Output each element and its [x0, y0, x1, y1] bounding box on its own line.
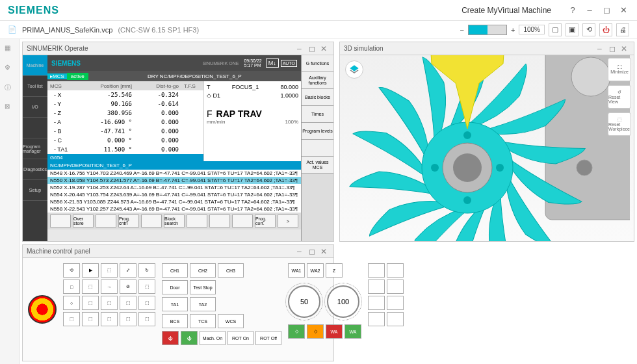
hmi-left-5[interactable]: Diagnostics — [23, 159, 47, 180]
layout1-button[interactable]: ▢ — [549, 23, 562, 36]
mcp-aux-2[interactable] — [368, 280, 385, 294]
nc-line[interactable]: N558 X-22.543 Y102.257 Z245.443 A=-16.69… — [47, 205, 301, 213]
sim-reset-view-button[interactable]: ↺Reset View — [608, 85, 631, 109]
print-button[interactable]: 🖨 — [616, 23, 629, 36]
mcp-key-11[interactable]: ⬚ — [82, 296, 99, 310]
mcp-key-1[interactable]: ▶ — [82, 263, 99, 278]
mcp-key-18[interactable]: ⬚ — [120, 312, 136, 326]
mcp-key-10[interactable]: ○ — [63, 296, 80, 310]
speed-slider[interactable] — [468, 25, 507, 35]
hmi-left-4[interactable]: Program manager — [23, 138, 47, 159]
z-button[interactable]: Z — [326, 263, 343, 278]
hmi-left-1[interactable]: Tool list — [23, 76, 47, 97]
sim-max-icon[interactable]: ◻ — [609, 44, 618, 53]
3d-viewport[interactable]: ⛶Minimize ↺Reset View ⬚Reset Workpiece — [340, 55, 634, 241]
mcp-close-icon[interactable]: ✕ — [320, 247, 330, 256]
hmi-bot-10[interactable]: > — [278, 214, 298, 228]
wa2-button[interactable]: WA2 — [307, 263, 324, 278]
ta2-button[interactable]: TA2 — [190, 297, 216, 311]
mcp-key-19[interactable]: ⬚ — [138, 312, 155, 326]
speed-minus[interactable]: − — [460, 26, 464, 34]
bcs-button[interactable]: BCS — [162, 314, 188, 328]
nc-line[interactable]: N552 X-19.287 Y104.253 Z242.64 A=-16.69 … — [47, 184, 301, 191]
hmi-right-0[interactable]: G functions — [302, 55, 333, 72]
mcp-aux-3[interactable] — [387, 280, 404, 294]
mcp-key-8[interactable]: ⊘ — [120, 280, 136, 294]
sim-reset-wp-button[interactable]: ⬚Reset Workpiece — [608, 112, 631, 136]
mcp-key-17[interactable]: ⬚ — [101, 312, 118, 326]
hmi-bot-8[interactable] — [232, 214, 253, 228]
hmi-bot-0[interactable] — [50, 214, 71, 228]
hmi-right-1[interactable]: Auxiliary functions — [302, 72, 333, 89]
mcp-on-button[interactable]: ⏻ — [181, 331, 198, 345]
hmi-left-0[interactable]: Machine — [23, 55, 47, 76]
cycle-start-button[interactable]: ◇ — [288, 324, 305, 339]
feed-override-dial[interactable]: 50 — [288, 285, 320, 318]
mcp-aux-6[interactable] — [368, 312, 385, 326]
m-icon[interactable]: M↓ — [266, 58, 279, 68]
cycle-hold-button[interactable]: ◇ — [307, 324, 324, 339]
test-stop-button[interactable]: Test Stop — [190, 280, 216, 294]
hmi-bot-1[interactable]: Over store — [73, 214, 94, 228]
sim-min-icon[interactable]: – — [597, 44, 606, 53]
minimize-icon[interactable]: – — [584, 5, 595, 16]
hmi-left-3[interactable] — [23, 118, 47, 138]
refresh-button[interactable]: ⟲ — [582, 23, 595, 36]
hmi-bot-6[interactable] — [187, 214, 207, 228]
mcp-key-4[interactable]: ↻ — [138, 263, 155, 278]
mcp-key-7[interactable]: → — [101, 280, 118, 294]
mcp-key-16[interactable]: ⬚ — [82, 312, 99, 326]
zoom-value[interactable]: 100% — [519, 25, 545, 34]
mcp-max-icon[interactable]: ◻ — [309, 247, 318, 256]
mcp-key-15[interactable]: ⬚ — [63, 312, 80, 326]
mcp-key-3[interactable]: ⤢ — [120, 263, 136, 278]
hmi-bot-7[interactable] — [209, 214, 230, 228]
mcp-key-14[interactable]: ⬚ — [138, 296, 155, 310]
nc-line[interactable]: N548 X-16.756 Y104.703 Z240.469 A=-16.69… — [47, 170, 301, 177]
mcp-key-2[interactable]: ⬚ — [101, 263, 118, 278]
mcp-aux-4[interactable] — [368, 296, 385, 310]
hmi-right-3[interactable]: Times — [302, 106, 333, 123]
hmi-left-2[interactable]: I/O — [23, 97, 47, 118]
mcp-key-6[interactable]: ⬚ — [82, 280, 99, 294]
help-icon[interactable]: ? — [567, 5, 578, 16]
hmi-right-4[interactable]: Program levels — [302, 123, 333, 140]
mcp-aux-5[interactable] — [387, 296, 404, 310]
mcp-key-13[interactable]: ⬚ — [120, 296, 136, 310]
sim-close-icon[interactable]: ✕ — [621, 44, 630, 53]
ch3-button[interactable]: CH3 — [218, 263, 244, 278]
sidebar-item-1[interactable]: ▦ — [5, 44, 15, 55]
maximize-icon[interactable]: ◻ — [601, 5, 612, 16]
mcp-key-12[interactable]: ⬚ — [101, 296, 118, 310]
hmi-bot-9[interactable]: Prog. corr. — [255, 214, 276, 228]
panel-min-icon[interactable]: – — [297, 44, 306, 53]
sidebar-item-info[interactable]: ⓘ — [5, 83, 15, 94]
ch1-button[interactable]: CH1 — [162, 263, 188, 278]
mcp-key-0[interactable]: ⟲ — [63, 263, 80, 278]
nc-line[interactable]: N556 X-21.53 Y103.085 Z244.573 A=-16.69 … — [47, 198, 301, 205]
sim-minimize-button[interactable]: ⛶Minimize — [608, 58, 631, 81]
mcp-aux-0[interactable] — [368, 263, 385, 278]
mcp-min-icon[interactable]: – — [297, 247, 306, 256]
wa1-button[interactable]: WA1 — [288, 263, 305, 278]
auto-icon[interactable]: AUTO — [281, 60, 297, 67]
close-icon[interactable]: ✕ — [618, 5, 629, 16]
speed-plus[interactable]: + — [511, 26, 515, 34]
feed-start-button[interactable]: WA — [344, 324, 361, 339]
hmi-bot-4[interactable] — [141, 214, 162, 228]
hmi-left-6[interactable]: Setup — [23, 180, 47, 201]
ta1-button[interactable]: TA1 — [162, 297, 188, 311]
wcs-button[interactable]: WCS — [218, 314, 244, 328]
mcp-key-5[interactable]: □ — [63, 280, 80, 294]
emergency-stop-button[interactable] — [28, 295, 57, 324]
rot-off-button[interactable]: ROT Off — [255, 331, 281, 345]
mcp-aux-7[interactable] — [387, 312, 404, 326]
sidebar-item-close[interactable]: ⊠ — [5, 103, 15, 113]
mcs-caret[interactable]: ▸MCS — [47, 73, 67, 79]
tcs-button[interactable]: TCS — [190, 314, 216, 328]
door-button[interactable]: Door — [162, 280, 188, 294]
mach-on-button[interactable]: Mach. On — [200, 331, 226, 345]
nc-line[interactable]: N550 X-18.058 Y104.573 Z241.577 A=-16.69… — [47, 177, 301, 184]
ch2-button[interactable]: CH2 — [190, 263, 216, 278]
mcp-aux-1[interactable] — [387, 263, 404, 278]
